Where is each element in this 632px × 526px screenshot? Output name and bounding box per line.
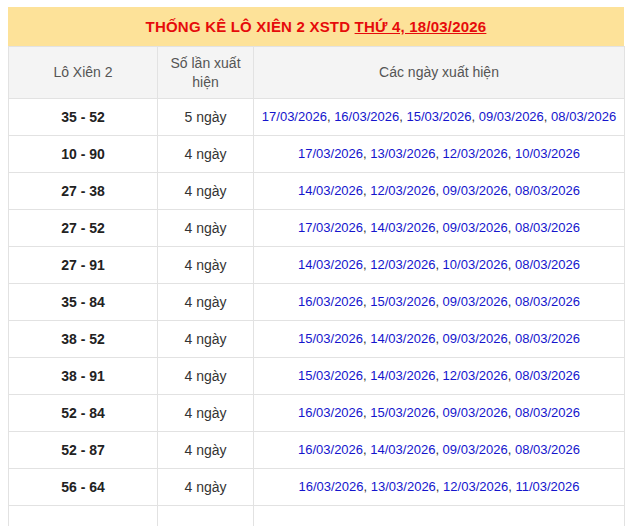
table-row: 27 - 91 4 ngày 14/03/2026, 12/03/2026, 1… bbox=[9, 247, 625, 284]
date-link[interactable]: 12/03/2026 bbox=[443, 146, 508, 161]
dates-cell: 16/03/2026, 15/03/2026, 09/03/2026, 08/0… bbox=[254, 395, 625, 432]
count-cell: 4 ngày bbox=[158, 284, 254, 321]
date-separator: , bbox=[508, 294, 515, 309]
date-separator: , bbox=[435, 294, 442, 309]
pair-cell: 52 - 84 bbox=[9, 395, 158, 432]
pair-cell: 27 - 52 bbox=[9, 210, 158, 247]
pair-cell: 52 - 87 bbox=[9, 432, 158, 469]
date-link[interactable]: 08/03/2026 bbox=[515, 294, 580, 309]
date-link[interactable]: 14/03/2026 bbox=[370, 368, 435, 383]
table-header-row: Lô Xiên 2 Số lần xuất hiện Các ngày xuất… bbox=[9, 47, 625, 99]
date-link[interactable]: 17/03/2026 bbox=[298, 220, 363, 235]
count-cell: 4 ngày bbox=[158, 432, 254, 469]
date-separator: , bbox=[435, 220, 442, 235]
date-separator: , bbox=[508, 183, 515, 198]
count-cell: 4 ngày bbox=[158, 210, 254, 247]
dates-cell: 17/03/2026, 14/03/2026, 09/03/2026, 08/0… bbox=[254, 210, 625, 247]
date-link[interactable]: 14/03/2026 bbox=[370, 220, 435, 235]
partial-row-cell bbox=[9, 506, 158, 526]
dates-cell: 14/03/2026, 12/03/2026, 10/03/2026, 08/0… bbox=[254, 247, 625, 284]
date-separator: , bbox=[508, 146, 515, 161]
partial-row-cell bbox=[158, 506, 254, 526]
date-link[interactable]: 09/03/2026 bbox=[443, 294, 508, 309]
date-link[interactable]: 16/03/2026 bbox=[298, 294, 363, 309]
date-link[interactable]: 08/03/2026 bbox=[515, 220, 580, 235]
header-so-lan: Số lần xuất hiện bbox=[158, 47, 254, 99]
lottery-stats-page: THỐNG KÊ LÔ XIÊN 2 XSTD THỨ 4, 18/03/202… bbox=[0, 0, 632, 526]
date-link[interactable]: 08/03/2026 bbox=[515, 368, 580, 383]
page-title: THỐNG KÊ LÔ XIÊN 2 XSTD THỨ 4, 18/03/202… bbox=[146, 18, 487, 35]
partial-next-row bbox=[9, 506, 625, 526]
date-link[interactable]: 16/03/2026 bbox=[298, 479, 363, 494]
date-link[interactable]: 17/03/2026 bbox=[298, 146, 363, 161]
date-link[interactable]: 09/03/2026 bbox=[443, 183, 508, 198]
date-link[interactable]: 11/03/2026 bbox=[515, 479, 579, 494]
date-link[interactable]: 08/03/2026 bbox=[551, 109, 616, 124]
date-link[interactable]: 14/03/2026 bbox=[370, 331, 435, 346]
date-link[interactable]: 09/03/2026 bbox=[443, 331, 508, 346]
date-link[interactable]: 09/03/2026 bbox=[443, 405, 508, 420]
date-link[interactable]: 09/03/2026 bbox=[443, 442, 508, 457]
dates-cell: 16/03/2026, 13/03/2026, 12/03/2026, 11/0… bbox=[254, 469, 625, 506]
header-cac-ngay: Các ngày xuất hiện bbox=[254, 47, 625, 99]
pair-cell: 56 - 64 bbox=[9, 469, 158, 506]
date-separator: , bbox=[436, 479, 443, 494]
date-separator: , bbox=[508, 220, 515, 235]
dates-cell: 16/03/2026, 14/03/2026, 09/03/2026, 08/0… bbox=[254, 432, 625, 469]
date-link[interactable]: 08/03/2026 bbox=[515, 405, 580, 420]
date-link[interactable]: 12/03/2026 bbox=[370, 183, 435, 198]
dates-cell: 14/03/2026, 12/03/2026, 09/03/2026, 08/0… bbox=[254, 173, 625, 210]
title-banner: THỐNG KÊ LÔ XIÊN 2 XSTD THỨ 4, 18/03/202… bbox=[8, 7, 624, 46]
date-link[interactable]: 15/03/2026 bbox=[370, 405, 435, 420]
dates-cell: 16/03/2026, 15/03/2026, 09/03/2026, 08/0… bbox=[254, 284, 625, 321]
date-link[interactable]: 12/03/2026 bbox=[443, 479, 508, 494]
pair-cell: 38 - 52 bbox=[9, 321, 158, 358]
count-cell: 5 ngày bbox=[158, 99, 254, 136]
date-link[interactable]: 17/03/2026 bbox=[262, 109, 327, 124]
date-link[interactable]: 15/03/2026 bbox=[406, 109, 471, 124]
date-link[interactable]: 09/03/2026 bbox=[479, 109, 544, 124]
table-row: 38 - 52 4 ngày 15/03/2026, 14/03/2026, 0… bbox=[9, 321, 625, 358]
table-row: 56 - 64 4 ngày 16/03/2026, 13/03/2026, 1… bbox=[9, 469, 625, 506]
date-link[interactable]: 16/03/2026 bbox=[334, 109, 399, 124]
pair-cell: 27 - 38 bbox=[9, 173, 158, 210]
pair-cell: 10 - 90 bbox=[9, 136, 158, 173]
dates-cell: 17/03/2026, 16/03/2026, 15/03/2026, 09/0… bbox=[254, 99, 625, 136]
date-link[interactable]: 14/03/2026 bbox=[298, 257, 363, 272]
pair-cell: 27 - 91 bbox=[9, 247, 158, 284]
date-separator: , bbox=[435, 368, 442, 383]
pair-cell: 38 - 91 bbox=[9, 358, 158, 395]
date-link[interactable]: 12/03/2026 bbox=[443, 368, 508, 383]
date-link[interactable]: 08/03/2026 bbox=[515, 331, 580, 346]
date-link[interactable]: 13/03/2026 bbox=[370, 146, 435, 161]
date-link[interactable]: 08/03/2026 bbox=[515, 442, 580, 457]
date-link[interactable]: 16/03/2026 bbox=[298, 405, 363, 420]
date-link[interactable]: 14/03/2026 bbox=[298, 183, 363, 198]
date-link[interactable]: 09/03/2026 bbox=[443, 220, 508, 235]
lo-xien-stats-table: Lô Xiên 2 Số lần xuất hiện Các ngày xuất… bbox=[8, 46, 625, 526]
date-separator: , bbox=[435, 257, 442, 272]
date-separator: , bbox=[508, 257, 515, 272]
date-link[interactable]: 08/03/2026 bbox=[515, 183, 580, 198]
date-separator: , bbox=[435, 442, 442, 457]
table-body: 35 - 52 5 ngày 17/03/2026, 16/03/2026, 1… bbox=[9, 99, 625, 506]
date-link[interactable]: 08/03/2026 bbox=[515, 257, 580, 272]
date-link[interactable]: 14/03/2026 bbox=[370, 442, 435, 457]
date-link[interactable]: 15/03/2026 bbox=[370, 294, 435, 309]
page-title-text: THỐNG KÊ LÔ XIÊN 2 XSTD bbox=[146, 18, 355, 35]
date-link[interactable]: 15/03/2026 bbox=[298, 368, 363, 383]
date-separator: , bbox=[508, 331, 515, 346]
date-link[interactable]: 12/03/2026 bbox=[370, 257, 435, 272]
date-link[interactable]: 16/03/2026 bbox=[298, 442, 363, 457]
date-link[interactable]: 13/03/2026 bbox=[371, 479, 436, 494]
table-row: 10 - 90 4 ngày 17/03/2026, 13/03/2026, 1… bbox=[9, 136, 625, 173]
date-separator: , bbox=[435, 331, 442, 346]
draw-date-link[interactable]: THỨ 4, 18/03/2026 bbox=[355, 18, 487, 35]
pair-cell: 35 - 52 bbox=[9, 99, 158, 136]
date-link[interactable]: 15/03/2026 bbox=[298, 331, 363, 346]
table-row: 27 - 52 4 ngày 17/03/2026, 14/03/2026, 0… bbox=[9, 210, 625, 247]
dates-cell: 15/03/2026, 14/03/2026, 09/03/2026, 08/0… bbox=[254, 321, 625, 358]
date-link[interactable]: 10/03/2026 bbox=[443, 257, 508, 272]
date-link[interactable]: 10/03/2026 bbox=[515, 146, 580, 161]
count-cell: 4 ngày bbox=[158, 247, 254, 284]
